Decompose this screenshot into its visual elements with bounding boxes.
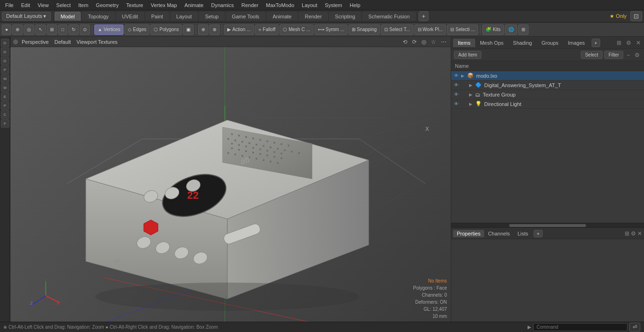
panel-tab-add[interactable]: + [592,39,600,47]
sidebar-tool-1[interactable]: D [1,39,9,47]
toolbar-crosshair-btn[interactable]: ⊕ [12,24,23,35]
viewport-perspective-label[interactable]: Perspective [20,39,50,45]
menu-help[interactable]: Help [347,1,364,9]
panel-tab-mesh-ops[interactable]: Mesh Ops [475,39,508,47]
menu-vertex-map[interactable]: Vertex Map [148,1,181,9]
toolbar-snap-btn[interactable]: ⊙ [80,24,90,35]
layout-tab-model[interactable]: Model [55,12,81,21]
panel-tab-images[interactable]: Images [563,39,590,47]
props-tab-channels[interactable]: Channels [484,230,513,237]
sidebar-tool-7[interactable]: P [1,101,9,110]
menu-maxtomodo[interactable]: MaxToModo [263,1,297,9]
viewport-shading-label[interactable]: Default [52,39,73,45]
command-execute-button[interactable]: ⏎ [629,323,640,332]
layout-tab-topology[interactable]: Topology [82,12,115,21]
toolbar-falloff-btn[interactable]: ⟡ Falloff [255,24,279,35]
sidebar-tool-6[interactable]: E [1,92,9,101]
items-scrollbar[interactable] [451,223,644,227]
layout-add-button[interactable]: + [419,11,429,21]
toolbar-select-btn[interactable]: ↖ [35,24,46,35]
toolbar-falloff-toggle[interactable]: ⊗ [209,24,220,35]
tree-item-modo-bxo[interactable]: 👁 ▶ 📦 modo.lxo [451,71,644,81]
panel-tab-groups[interactable]: Groups [537,39,563,47]
sidebar-tool-5[interactable]: M [1,74,9,83]
tree-eye-light[interactable]: 👁 [453,101,460,107]
viewport-move-icon[interactable]: ⟲ [401,38,409,46]
menu-animate[interactable]: Animate [181,1,206,9]
tree-eye-digital[interactable]: 👁 [453,82,460,89]
sidebar-tool-3[interactable]: D [1,57,9,65]
items-toolbar-minus-icon[interactable]: − [625,51,631,59]
viewport-area[interactable]: Perspective Default Viewport Textures ⟲ … [10,37,451,322]
tree-expand-digital[interactable]: ▶ [469,83,474,88]
toolbar-mesh-btn[interactable]: ⬡ Mesh C ... [280,24,313,35]
menu-texture[interactable]: Texture [123,1,147,9]
toolbar-square-btn[interactable]: □ [58,24,67,35]
toolbar-layout-btn[interactable]: ⊞ [518,24,528,35]
sidebar-tool-4[interactable]: P [1,65,9,74]
sidebar-tool-2[interactable]: D [1,48,9,56]
menu-select[interactable]: Select [53,1,74,9]
select-button[interactable]: Select [581,51,603,59]
viewport-texture-label[interactable]: Viewport Textures [74,39,119,45]
toolbar-polygons-btn[interactable]: ⬡ Polygons [150,24,182,35]
panel-expand-icon[interactable]: ⊞ [615,39,623,47]
toolbar-circle-btn[interactable]: ● [2,24,11,35]
viewport-dot[interactable] [13,40,18,44]
layout-tab-schematic[interactable]: Schematic Fusion [362,12,415,21]
sidebar-tool-mesh[interactable]: M [1,83,9,92]
layout-tab-setup[interactable]: Setup [199,12,225,21]
sidebar-tool-9[interactable]: F [1,119,9,128]
tree-eye-texture[interactable]: 👁 [453,91,460,98]
menu-edit[interactable]: Edit [18,1,33,9]
tree-expand-modo[interactable]: ▶ [461,73,466,78]
toolbar-edges-btn[interactable]: ◇ Edges [124,24,149,35]
panel-close-icon[interactable]: ✕ [635,39,642,47]
viewport-star-icon[interactable]: ☆ [429,38,438,46]
viewport-zoom-icon[interactable]: ◎ [420,38,428,46]
layout-tab-render[interactable]: Render [298,12,328,21]
panel-tab-items[interactable]: Items [453,39,475,47]
props-close-icon[interactable]: ✕ [637,230,642,237]
toolbar-snapping-toggle[interactable]: ⊕ [198,24,208,35]
menu-item[interactable]: Item [75,1,91,9]
sidebar-tool-8[interactable]: C [1,110,9,119]
layout-tab-animate[interactable]: Animate [266,12,297,21]
menu-file[interactable]: File [2,1,17,9]
menu-dynamics[interactable]: Dynamics [208,1,237,9]
props-settings-icon[interactable]: ⚙ [631,230,636,237]
toolbar-action-btn[interactable]: ▶ Action ... [224,24,254,35]
viewport-more-icon[interactable]: ⋯ [439,38,448,46]
toolbar-rotate-btn[interactable]: ↻ [68,24,79,35]
viewport-rotate-icon[interactable]: ⟳ [411,38,418,46]
command-input[interactable] [533,323,627,331]
props-tab-lists[interactable]: Lists [514,230,532,237]
toolbar-globe-btn[interactable]: 🌐 [505,24,517,35]
items-toolbar-settings-icon[interactable]: ⚙ [633,51,641,59]
toolbar-pivot-btn[interactable]: ◎ [24,24,34,35]
tree-item-texture-group[interactable]: 👁 ▶ 🗂 Texture Group [451,90,644,99]
tree-expand-texture[interactable]: ▶ [469,92,474,97]
toolbar-symm-btn[interactable]: ⟺ Symm ... [314,24,347,35]
props-add-button[interactable]: + [534,230,542,237]
panel-tab-shading[interactable]: Shading [508,39,537,47]
layout-tab-paint[interactable]: Paint [145,12,169,21]
toolbar-grid-btn[interactable]: ⊞ [47,24,57,35]
toolbar-select-mode-btn[interactable]: ▣ [183,24,194,35]
layout-tab-uvedit[interactable]: UVEdit [116,12,144,21]
layout-tab-layout[interactable]: Layout [170,12,198,21]
menu-render[interactable]: Render [238,1,262,9]
layout-tab-game-tools[interactable]: Game Tools [226,12,266,21]
tree-item-digital-answering[interactable]: 👁 ▶ 🔷 Digital_Answering_System_AT_T [451,81,644,90]
layout-maximize-button[interactable]: ⊡ [630,11,642,21]
layout-dropdown[interactable]: Default Layouts ▾ [2,12,51,21]
toolbar-snapping-btn[interactable]: ⊞ Snapping [348,24,380,35]
toolbar-vertices-btn[interactable]: ▲ Vertices [94,24,124,35]
toolbar-kits-btn[interactable]: 🧩 Kits [482,24,504,35]
filter-button[interactable]: Filter [604,51,623,59]
toolbar-selection-btn[interactable]: ⊟ Selecti ... [447,24,478,35]
add-item-button[interactable]: Add Item [454,51,481,59]
panel-settings-icon[interactable]: ⚙ [625,39,633,47]
menu-layout[interactable]: Layout [298,1,321,9]
tree-eye-modo[interactable]: 👁 [453,73,460,79]
